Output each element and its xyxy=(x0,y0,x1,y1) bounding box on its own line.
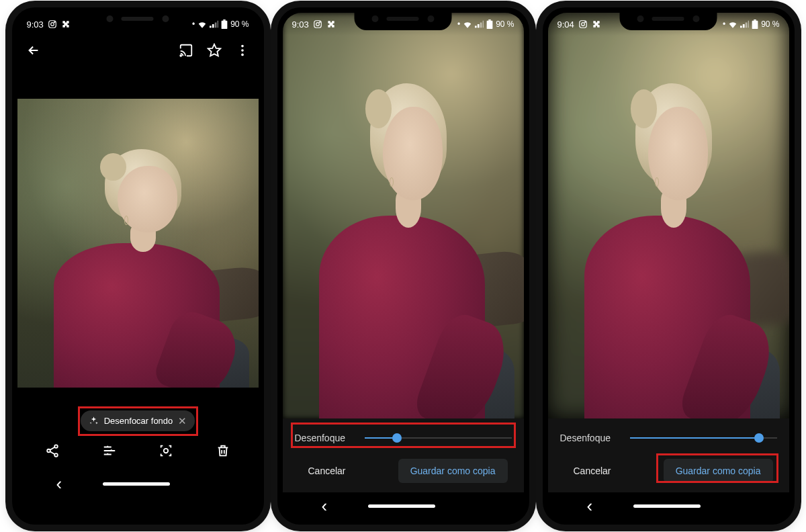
wifi-icon xyxy=(728,20,737,28)
phone-mockup-1: 9:03 • 90 % xyxy=(12,7,264,525)
close-icon[interactable]: ✕ xyxy=(178,416,187,426)
svg-point-19 xyxy=(581,23,584,26)
svg-rect-3 xyxy=(223,19,226,21)
svg-point-20 xyxy=(584,21,585,22)
battery-icon xyxy=(752,19,758,29)
delete-icon[interactable] xyxy=(215,443,231,459)
status-bar: 9:04 • 90 % xyxy=(548,13,789,36)
svg-rect-21 xyxy=(754,19,756,21)
blur-control-panel: Desenfoque Cancelar Guardar como copia xyxy=(548,418,789,492)
svg-rect-22 xyxy=(752,21,758,29)
portrait-image xyxy=(17,99,259,388)
svg-rect-16 xyxy=(488,19,491,21)
screen: 9:03 • 90 % xyxy=(17,13,259,519)
svg-point-5 xyxy=(180,55,181,56)
nav-back-icon[interactable] xyxy=(322,497,328,515)
instagram-icon xyxy=(578,19,588,29)
blur-background-chip[interactable]: Desenfocar fondo ✕ xyxy=(81,410,195,431)
chip-label: Desenfocar fondo xyxy=(104,416,173,426)
screen: 9:03 • 90 % xyxy=(283,13,524,519)
slider-label: Desenfoque xyxy=(560,433,619,443)
puzzle-icon xyxy=(61,19,71,29)
svg-rect-4 xyxy=(222,21,228,29)
phone-mockup-2: 9:03 • 90 % xyxy=(277,7,529,525)
battery-icon xyxy=(486,19,493,29)
status-time: 9:04 xyxy=(557,19,574,30)
battery-percent: 90 % xyxy=(761,19,779,29)
screen: 9:04 • 90 % xyxy=(548,13,789,519)
favorite-icon[interactable] xyxy=(206,42,222,58)
svg-rect-17 xyxy=(487,21,493,29)
signal-icon xyxy=(740,20,749,28)
svg-point-6 xyxy=(241,45,244,48)
portrait-image xyxy=(548,13,789,418)
photo-viewport[interactable] xyxy=(283,13,524,418)
back-button[interactable] xyxy=(26,42,42,58)
puzzle-icon xyxy=(326,19,336,29)
nav-home-pill[interactable] xyxy=(103,482,170,486)
sparkle-icon xyxy=(89,416,99,426)
signal-icon xyxy=(475,20,484,28)
svg-point-9 xyxy=(54,445,58,448)
blur-slider[interactable] xyxy=(630,431,777,445)
status-time: 9:03 xyxy=(292,19,309,30)
photo-viewport[interactable] xyxy=(548,13,789,418)
dot-indicator: • xyxy=(457,19,460,29)
status-time: 9:03 xyxy=(27,19,44,30)
cancel-button[interactable]: Cancelar xyxy=(564,459,621,483)
system-nav-bar xyxy=(283,492,524,519)
nav-home-pill[interactable] xyxy=(368,504,435,508)
svg-point-10 xyxy=(47,449,50,453)
svg-point-2 xyxy=(54,21,54,22)
app-bar xyxy=(17,36,259,65)
svg-point-1 xyxy=(50,23,54,26)
save-copy-button[interactable]: Guardar como copia xyxy=(664,459,773,483)
slider-label: Desenfoque xyxy=(295,433,354,443)
nav-back-icon[interactable] xyxy=(56,475,62,492)
wifi-icon xyxy=(197,20,207,28)
blur-control-panel: Desenfoque Cancelar Guardar como copia xyxy=(283,418,524,492)
cast-icon[interactable] xyxy=(178,42,194,58)
phone-mockup-3: 9:04 • 90 % xyxy=(543,7,795,525)
nav-home-pill[interactable] xyxy=(633,504,701,508)
portrait-image xyxy=(283,13,524,418)
more-icon[interactable] xyxy=(234,42,251,58)
svg-point-12 xyxy=(164,449,168,453)
dot-indicator: • xyxy=(723,19,725,29)
battery-percent: 90 % xyxy=(496,19,514,29)
blur-slider[interactable] xyxy=(365,431,512,445)
puzzle-icon xyxy=(592,19,601,29)
instagram-icon xyxy=(48,19,57,29)
dot-indicator: • xyxy=(192,19,195,29)
svg-point-11 xyxy=(54,453,58,457)
wifi-icon xyxy=(463,20,472,28)
svg-point-14 xyxy=(316,23,319,26)
photo-viewport[interactable] xyxy=(17,99,259,388)
nav-back-icon[interactable] xyxy=(587,497,593,515)
lens-icon[interactable] xyxy=(158,443,174,459)
cancel-button[interactable]: Cancelar xyxy=(299,459,355,483)
battery-icon xyxy=(221,19,228,29)
signal-icon xyxy=(210,20,218,28)
svg-point-8 xyxy=(241,54,244,56)
share-icon[interactable] xyxy=(44,443,60,459)
bottom-toolbar xyxy=(17,431,259,470)
battery-percent: 90 % xyxy=(230,19,249,29)
edit-icon[interactable] xyxy=(101,443,118,459)
status-bar: 9:03 • 90 % xyxy=(17,13,259,36)
save-copy-button[interactable]: Guardar como copia xyxy=(398,459,508,483)
svg-point-15 xyxy=(319,21,320,22)
system-nav-bar xyxy=(548,492,789,519)
svg-point-7 xyxy=(241,49,244,52)
status-bar: 9:03 • 90 % xyxy=(283,13,524,36)
system-nav-bar xyxy=(17,470,259,497)
instagram-icon xyxy=(313,19,322,29)
